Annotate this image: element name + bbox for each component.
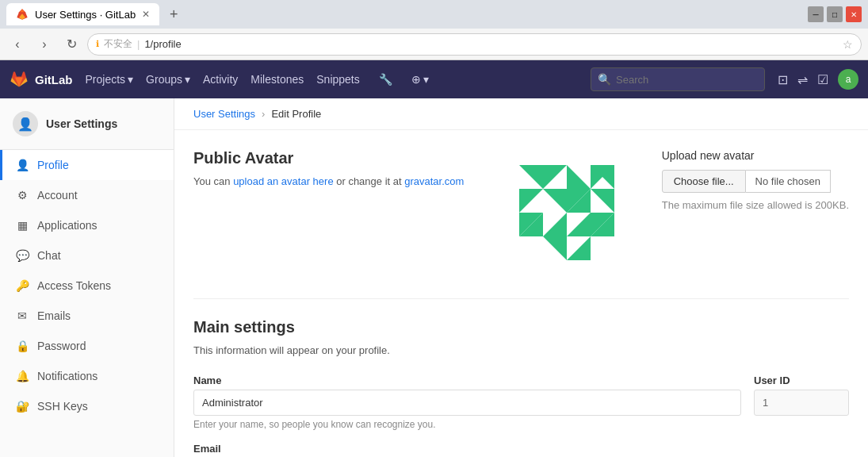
search-icon: 🔍: [598, 73, 611, 86]
email-label: Email: [193, 443, 849, 455]
search-box[interactable]: 🔍: [591, 67, 765, 91]
breadcrumb-separator: ›: [262, 108, 265, 120]
nav-groups[interactable]: Groups ▾: [146, 73, 190, 86]
breadcrumb-current: Edit Profile: [271, 108, 321, 120]
security-label: 不安全: [104, 37, 132, 51]
profile-icon: 👤: [15, 159, 29, 171]
upload-row: Choose file... No file chosen: [662, 170, 849, 193]
top-navigation: GitLab Projects ▾ Groups ▾ Activity Mile…: [0, 60, 868, 98]
sidebar-item-account[interactable]: ⚙ Account: [0, 180, 174, 210]
sidebar-user-icon: 👤: [13, 111, 38, 136]
sidebar-item-ssh-keys[interactable]: 🔐 SSH Keys: [0, 391, 174, 421]
sidebar-item-chat[interactable]: 💬 Chat: [0, 240, 174, 271]
page-content: User Settings › Edit Profile Public Avat…: [174, 98, 868, 457]
sidebar-label-access-tokens: Access Tokens: [37, 279, 111, 292]
userid-field-group: User ID: [754, 374, 849, 416]
address-separator: |: [137, 38, 140, 50]
access-tokens-icon: 🔑: [15, 279, 29, 292]
main-settings-section: Main settings This information will appe…: [193, 318, 849, 457]
main-settings-desc: This information will appear on your pro…: [193, 343, 849, 359]
email-field-group: Email We also use email for avatar detec…: [193, 443, 849, 458]
no-file-label: No file chosen: [746, 170, 831, 193]
issues-icon[interactable]: ⊡: [778, 72, 788, 87]
avatar-section-title: Public Avatar: [193, 149, 472, 167]
upload-label: Upload new avatar: [662, 149, 849, 162]
gitlab-favicon: [16, 8, 29, 21]
gitlab-logo-icon: [10, 70, 29, 89]
gravatar-link[interactable]: gravatar.com: [404, 175, 464, 187]
name-userid-row: Name Enter your name, so people you know…: [193, 374, 849, 430]
avatar-upload: Upload new avatar Choose file... No file…: [662, 149, 849, 211]
password-icon: 🔒: [15, 340, 29, 352]
reload-button[interactable]: ↻: [60, 33, 82, 56]
nav-activity[interactable]: Activity: [203, 73, 238, 86]
ssh-keys-icon: 🔐: [15, 400, 29, 413]
top-nav-icons: ⊡ ⇌ ☑ a: [778, 69, 858, 90]
userid-label: User ID: [754, 374, 849, 386]
nav-plus[interactable]: ⊕ ▾: [411, 73, 429, 86]
sidebar: 👤 User Settings 👤 Profile ⚙ Account ▦ Ap…: [0, 98, 174, 457]
back-button[interactable]: ‹: [6, 33, 29, 56]
notifications-icon: 🔔: [15, 370, 29, 382]
nav-wrench[interactable]: 🔧: [379, 73, 392, 86]
sidebar-item-applications[interactable]: ▦ Applications: [0, 210, 174, 240]
sidebar-label-account: Account: [37, 189, 78, 202]
sidebar-item-profile[interactable]: 👤 Profile: [0, 150, 174, 180]
sidebar-label-notifications: Notifications: [37, 370, 98, 382]
tab-close-button[interactable]: ✕: [142, 9, 150, 20]
sidebar-label-applications: Applications: [37, 219, 98, 232]
security-icon: ℹ: [96, 39, 99, 49]
name-field-group: Name Enter your name, so people you know…: [193, 374, 741, 430]
browser-tab[interactable]: User Settings · GitLab ✕: [6, 3, 159, 25]
name-hint: Enter your name, so people you know can …: [193, 419, 741, 430]
sidebar-label-ssh-keys: SSH Keys: [37, 400, 88, 413]
sidebar-header: 👤 User Settings: [0, 98, 174, 150]
merge-requests-icon[interactable]: ⇌: [797, 72, 808, 87]
window-maximize-button[interactable]: □: [827, 6, 843, 22]
upload-link[interactable]: upload an avatar here: [233, 175, 333, 187]
tab-title: User Settings · GitLab: [35, 9, 136, 21]
avatar-section-desc: You can upload an avatar here or change …: [193, 174, 472, 190]
sidebar-label-password: Password: [37, 340, 86, 352]
sidebar-label-profile: Profile: [37, 159, 69, 171]
applications-icon: ▦: [15, 219, 29, 232]
window-close-button[interactable]: ✕: [846, 6, 862, 22]
gitlab-logo[interactable]: GitLab: [10, 70, 73, 89]
groups-dropdown-icon: ▾: [185, 73, 190, 86]
sidebar-item-password[interactable]: 🔒 Password: [0, 331, 174, 361]
wrench-icon: 🔧: [379, 73, 392, 86]
plus-icon: ⊕: [411, 73, 421, 86]
choose-file-button[interactable]: Choose file...: [662, 170, 746, 193]
sidebar-label-chat: Chat: [37, 249, 61, 262]
sidebar-item-access-tokens[interactable]: 🔑 Access Tokens: [0, 271, 174, 301]
search-input[interactable]: [616, 74, 758, 86]
avatar-image: [503, 149, 630, 276]
sidebar-item-notifications[interactable]: 🔔 Notifications: [0, 361, 174, 391]
todos-icon[interactable]: ☑: [817, 72, 828, 87]
plus-dropdown-icon: ▾: [423, 73, 429, 86]
nav-milestones[interactable]: Milestones: [250, 73, 304, 86]
forward-button[interactable]: ›: [33, 33, 55, 56]
bookmark-icon[interactable]: ☆: [843, 38, 853, 51]
breadcrumb-parent-link[interactable]: User Settings: [193, 108, 255, 120]
nav-projects[interactable]: Projects ▾: [86, 73, 134, 86]
nav-snippets[interactable]: Snippets: [316, 73, 359, 86]
account-icon: ⚙: [15, 189, 29, 202]
sidebar-header-title: User Settings: [46, 117, 117, 130]
projects-dropdown-icon: ▾: [128, 73, 133, 86]
gitlab-logo-text: GitLab: [35, 73, 73, 86]
user-avatar-nav[interactable]: a: [838, 69, 858, 90]
address-bar[interactable]: ℹ 不安全 | 1/profile ☆: [87, 33, 862, 56]
sidebar-label-emails: Emails: [37, 309, 71, 322]
new-tab-button[interactable]: +: [163, 3, 185, 25]
window-minimize-button[interactable]: ─: [808, 6, 824, 22]
email-row: Email We also use email for avatar detec…: [193, 443, 849, 458]
name-input[interactable]: [193, 390, 741, 416]
breadcrumb: User Settings › Edit Profile: [174, 98, 868, 130]
avatar-preview: [503, 149, 630, 276]
sidebar-item-emails[interactable]: ✉ Emails: [0, 301, 174, 331]
address-text: 1/profile: [144, 38, 838, 50]
chat-icon: 💬: [15, 249, 29, 262]
avatar-section: Public Avatar You can upload an avatar h…: [193, 149, 849, 299]
userid-input[interactable]: [754, 390, 849, 416]
